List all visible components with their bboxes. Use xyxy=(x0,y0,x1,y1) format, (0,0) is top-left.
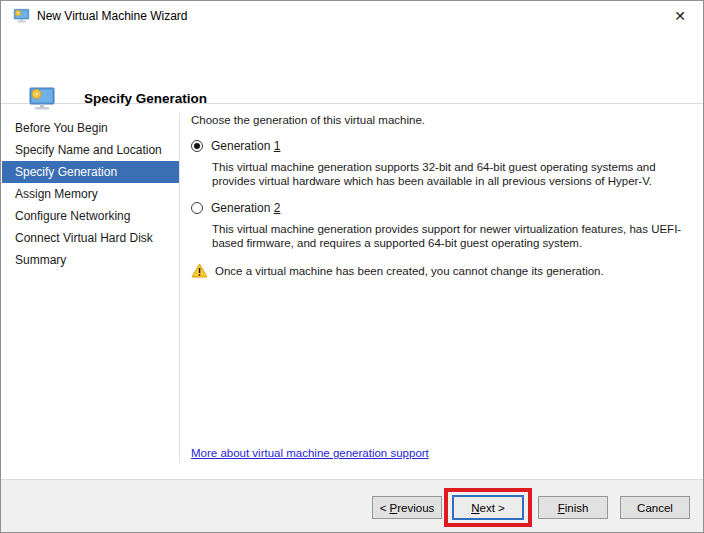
generation-1-label: Generation 1 xyxy=(211,139,280,153)
warning-text: Once a virtual machine has been created,… xyxy=(215,263,604,278)
generation-1-option[interactable]: Generation 1 xyxy=(191,139,691,153)
vm-monitor-icon xyxy=(13,8,30,24)
cancel-button[interactable]: Cancel xyxy=(620,496,690,519)
generation-2-label-text: Generation xyxy=(211,201,274,215)
generation-2-description: This virtual machine generation provides… xyxy=(212,222,690,250)
close-icon[interactable]: ✕ xyxy=(667,4,693,28)
generation-2-accel: 2 xyxy=(274,201,281,215)
next-label-rest: ext > xyxy=(480,502,505,514)
sidebar-item-specify-name-and-location[interactable]: Specify Name and Location xyxy=(2,139,179,161)
sidebar-item-summary[interactable]: Summary xyxy=(2,249,179,271)
generation-2-radio[interactable] xyxy=(191,202,203,214)
generation-2-label: Generation 2 xyxy=(211,201,280,215)
window-title: New Virtual Machine Wizard xyxy=(37,1,188,31)
generation-1-accel: 1 xyxy=(274,139,281,153)
next-accel: N xyxy=(471,502,479,514)
sidebar-content-divider xyxy=(179,113,180,463)
previous-label-rest: revious xyxy=(397,502,434,514)
title-bar: New Virtual Machine Wizard ✕ xyxy=(1,1,703,31)
intro-text: Choose the generation of this virtual ma… xyxy=(191,113,691,127)
generation-1-label-text: Generation xyxy=(211,139,274,153)
previous-label: < xyxy=(380,502,390,514)
wizard-header: Specify Generation xyxy=(1,31,703,104)
generation-2-option[interactable]: Generation 2 xyxy=(191,201,691,215)
footer-bar: < Previous Next > Finish Cancel xyxy=(1,479,703,533)
warning-row: Once a virtual machine has been created,… xyxy=(191,263,691,278)
finish-label-rest: inish xyxy=(565,502,589,514)
sidebar-item-before-you-begin[interactable]: Before You Begin xyxy=(2,117,179,139)
finish-button[interactable]: Finish xyxy=(538,496,608,519)
wizard-steps-nav: Before You Begin Specify Name and Locati… xyxy=(2,105,179,271)
sidebar-item-specify-generation[interactable]: Specify Generation xyxy=(2,161,179,183)
finish-accel: F xyxy=(558,502,565,514)
main-content: Choose the generation of this virtual ma… xyxy=(191,113,691,278)
generation-1-radio[interactable] xyxy=(191,140,203,152)
sidebar-item-configure-networking[interactable]: Configure Networking xyxy=(2,205,179,227)
generation-1-description: This virtual machine generation supports… xyxy=(212,160,690,188)
page-title: Specify Generation xyxy=(84,91,207,106)
sidebar-item-assign-memory[interactable]: Assign Memory xyxy=(2,183,179,205)
annotation-highlight-box: Next > xyxy=(444,488,532,527)
warning-icon xyxy=(191,263,208,278)
sidebar-item-connect-virtual-hard-disk[interactable]: Connect Virtual Hard Disk xyxy=(2,227,179,249)
wizard-window: New Virtual Machine Wizard ✕ Specify Gen… xyxy=(0,0,704,533)
previous-button[interactable]: < Previous xyxy=(372,496,442,519)
more-about-generation-link[interactable]: More about virtual machine generation su… xyxy=(191,447,429,459)
next-button[interactable]: Next > xyxy=(452,495,524,520)
